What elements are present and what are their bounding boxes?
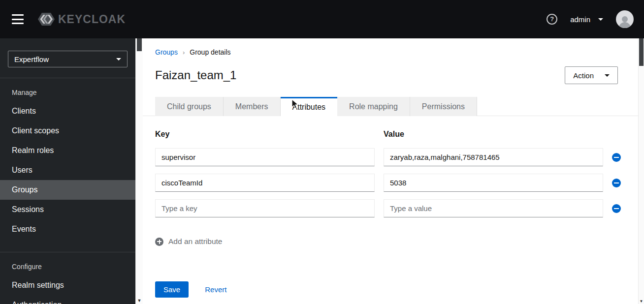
- value-column-header: Value: [384, 130, 603, 139]
- tab-permissions[interactable]: Permissions: [410, 97, 477, 116]
- attribute-value-input[interactable]: [384, 148, 603, 166]
- attribute-row: [155, 148, 638, 166]
- keycloak-logo-text: KEYCLOAK: [58, 13, 126, 26]
- caret-down-icon: [116, 58, 121, 61]
- nav-toggle-button[interactable]: [12, 14, 24, 24]
- sidebar-item-realm-settings[interactable]: Realm settings: [0, 275, 135, 295]
- avatar[interactable]: [616, 10, 634, 28]
- sidebar-item-users[interactable]: Users: [0, 160, 135, 180]
- attribute-key-input[interactable]: [155, 174, 375, 192]
- remove-attribute-icon[interactable]: [612, 204, 621, 213]
- breadcrumb-current: Group details: [190, 48, 230, 56]
- sidebar-item-events[interactable]: Events: [0, 219, 135, 239]
- realm-selector-wrap: Expertflow: [0, 38, 135, 78]
- key-column-header: Key: [155, 130, 375, 139]
- attributes-rows: [155, 148, 638, 217]
- attribute-row: [155, 174, 638, 192]
- main-scrollbar-down-arrow[interactable]: ▼: [639, 299, 644, 304]
- sidebar-item-authentication[interactable]: Authentication: [0, 295, 135, 304]
- help-icon[interactable]: ?: [547, 14, 557, 25]
- breadcrumb-groups-link[interactable]: Groups: [155, 48, 178, 56]
- nav-section-manage: Manage: [12, 89, 135, 96]
- tab-role-mapping[interactable]: Role mapping: [337, 97, 410, 116]
- sidebar: Expertflow Manage Clients Client scopes …: [0, 38, 135, 304]
- masthead: KEYCLOAK ? admin: [0, 0, 644, 38]
- main-content: Groups › Group details Faizan_team_1 Act…: [143, 38, 638, 304]
- nav-section-configure: Configure: [12, 263, 135, 271]
- save-button[interactable]: Save: [155, 281, 189, 298]
- attribute-value-input[interactable]: [384, 174, 603, 192]
- plus-circle-icon: [155, 238, 163, 246]
- hamburger-icon: [12, 14, 24, 16]
- action-label: Action: [573, 71, 594, 80]
- masthead-actions: ? admin: [547, 0, 634, 38]
- realm-selector[interactable]: Expertflow: [8, 51, 128, 67]
- main-scrollbar[interactable]: ▼: [638, 38, 644, 304]
- add-attribute-button[interactable]: Add an attribute: [155, 237, 222, 246]
- user-name: admin: [570, 15, 590, 24]
- keycloak-admin-console: KEYCLOAK ? admin Expertflow Manage: [0, 0, 644, 304]
- form-actions: Save Revert: [155, 281, 638, 298]
- action-dropdown-button[interactable]: Action: [565, 66, 618, 84]
- page-title: Faizan_team_1: [155, 68, 236, 82]
- breadcrumb-separator-icon: ›: [183, 49, 185, 56]
- attribute-key-input[interactable]: [155, 199, 375, 217]
- nav-section-divider: [0, 252, 135, 252]
- realm-name: Expertflow: [14, 55, 49, 63]
- tab-attributes[interactable]: Attributes: [281, 97, 338, 116]
- caret-down-icon: [598, 18, 603, 21]
- sidebar-scrollbar[interactable]: ▼: [135, 38, 143, 304]
- add-attribute-label: Add an attribute: [168, 237, 222, 246]
- nav-list-configure: Realm settings Authentication: [0, 275, 135, 304]
- attribute-value-input[interactable]: [384, 199, 603, 217]
- sidebar-item-client-scopes[interactable]: Client scopes: [0, 121, 135, 141]
- main-scrollbar-thumb[interactable]: [639, 38, 644, 66]
- sidebar-item-groups[interactable]: Groups: [0, 180, 135, 200]
- sidebar-item-clients[interactable]: Clients: [0, 101, 135, 121]
- sidebar-scrollbar-thumb[interactable]: [137, 38, 142, 51]
- sidebar-scrollbar-down-arrow[interactable]: ▼: [136, 298, 143, 303]
- keycloak-logo-icon: [36, 9, 56, 29]
- sidebar-item-realm-roles[interactable]: Realm roles: [0, 141, 135, 160]
- title-row: Faizan_team_1 Action: [155, 66, 638, 84]
- remove-attribute-icon[interactable]: [612, 179, 621, 187]
- keycloak-logo[interactable]: KEYCLOAK: [36, 9, 126, 29]
- nav-list-manage: Clients Client scopes Realm roles Users …: [0, 101, 135, 239]
- breadcrumb: Groups › Group details: [155, 48, 638, 56]
- attribute-row: [155, 199, 638, 217]
- user-menu-button[interactable]: admin: [570, 15, 603, 24]
- caret-down-icon: [605, 74, 610, 77]
- revert-button[interactable]: Revert: [205, 285, 226, 294]
- sidebar-item-sessions[interactable]: Sessions: [0, 200, 135, 219]
- attributes-headers: Key Value: [155, 130, 638, 139]
- tab-child-groups[interactable]: Child groups: [155, 97, 224, 116]
- attribute-key-input[interactable]: [155, 148, 375, 166]
- remove-attribute-icon[interactable]: [612, 153, 621, 162]
- tabs: Child groups Members Attributes Role map…: [155, 97, 638, 116]
- tab-members[interactable]: Members: [224, 97, 281, 116]
